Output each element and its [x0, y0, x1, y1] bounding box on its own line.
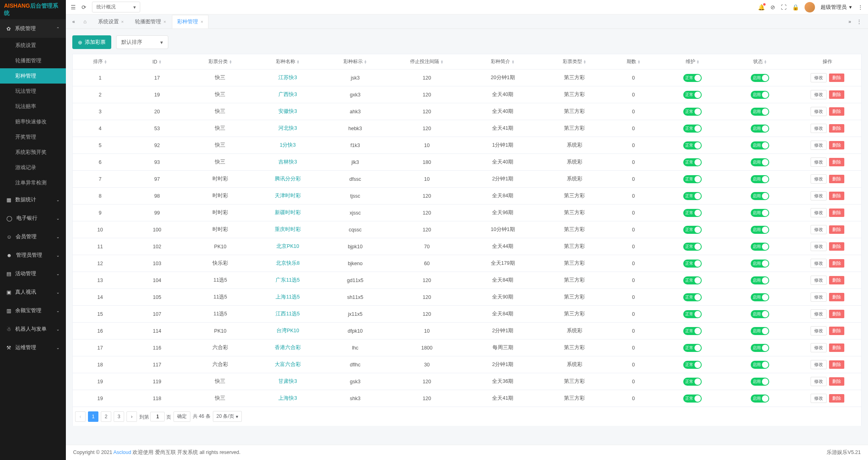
status-toggle[interactable]: 启用	[751, 125, 769, 133]
cell-name-link[interactable]: 广西快3	[254, 86, 321, 103]
maintain-toggle[interactable]: 正常	[683, 192, 702, 200]
maintain-toggle[interactable]: 正常	[683, 91, 702, 99]
tab-next-icon[interactable]: »	[846, 19, 854, 25]
maintain-toggle[interactable]: 正常	[683, 395, 702, 403]
maintain-toggle[interactable]: 正常	[683, 74, 702, 82]
cell-name-link[interactable]: 甘肃快3	[254, 373, 321, 390]
footer-ascloud-link[interactable]: Ascloud	[113, 450, 131, 455]
delete-button[interactable]: 删除	[829, 343, 844, 352]
edit-button[interactable]: 修改	[811, 242, 827, 251]
pager-jump-input[interactable]	[150, 412, 165, 421]
sidebar-item-odds-quick[interactable]: 赔率快速修改	[0, 114, 66, 129]
maintain-toggle[interactable]: 正常	[683, 327, 702, 335]
status-toggle[interactable]: 启用	[751, 310, 769, 318]
status-toggle[interactable]: 启用	[751, 175, 769, 183]
close-icon[interactable]: ×	[163, 19, 166, 24]
sort-select[interactable]: 默认排序▾	[116, 35, 168, 49]
fullscreen-icon[interactable]: ⛶	[781, 4, 786, 10]
nav-group-admin[interactable]: ☻管理员管理⌄	[0, 246, 66, 264]
maintain-toggle[interactable]: 正常	[683, 243, 702, 251]
sidebar-item-game-log[interactable]: 游戏记录	[0, 160, 66, 175]
cell-name-link[interactable]: 安徽快3	[254, 103, 321, 120]
maintain-toggle[interactable]: 正常	[683, 293, 702, 301]
sidebar-item-carousel[interactable]: 轮播图管理	[0, 53, 66, 68]
col-header[interactable]: 彩种简介▲▼	[465, 54, 541, 70]
tab-carousel[interactable]: 轮播图管理×	[130, 15, 171, 29]
maintain-toggle[interactable]: 正常	[683, 361, 702, 369]
sidebar-item-play-manage[interactable]: 玩法管理	[0, 84, 66, 99]
pager-page-1[interactable]: 1	[88, 411, 98, 422]
maintain-toggle[interactable]: 正常	[683, 108, 702, 116]
status-toggle[interactable]: 启用	[751, 158, 769, 166]
maintain-toggle[interactable]: 正常	[683, 344, 702, 352]
nav-group-yuebao[interactable]: ▥余额宝管理⌄	[0, 301, 66, 320]
status-toggle[interactable]: 启用	[751, 327, 769, 335]
delete-button[interactable]: 删除	[829, 259, 844, 268]
cell-name-link[interactable]: 大富六合彩	[254, 356, 321, 373]
status-toggle[interactable]: 启用	[751, 260, 769, 268]
edit-button[interactable]: 修改	[811, 73, 827, 82]
maintain-toggle[interactable]: 正常	[683, 378, 702, 386]
maintain-toggle[interactable]: 正常	[683, 209, 702, 217]
status-toggle[interactable]: 启用	[751, 344, 769, 352]
maintain-toggle[interactable]: 正常	[683, 158, 702, 166]
status-toggle[interactable]: 启用	[751, 141, 769, 149]
sidebar-item-lottery-type[interactable]: 彩种管理	[0, 68, 66, 84]
col-header[interactable]: 期数▲▼	[608, 54, 659, 70]
nav-group-stats[interactable]: ▦数据统计⌄	[0, 190, 66, 209]
status-toggle[interactable]: 启用	[751, 243, 769, 251]
delete-button[interactable]: 删除	[829, 293, 844, 301]
edit-button[interactable]: 修改	[811, 276, 827, 285]
tab-more-icon[interactable]: ⋮	[854, 19, 864, 25]
nav-group-member[interactable]: ☺会员管理⌄	[0, 227, 66, 246]
delete-button[interactable]: 删除	[829, 327, 844, 335]
pager-confirm[interactable]: 确定	[174, 411, 190, 422]
edit-button[interactable]: 修改	[811, 208, 827, 217]
delete-button[interactable]: 删除	[829, 242, 844, 251]
delete-button[interactable]: 删除	[829, 394, 844, 403]
pager-prev[interactable]: ‹	[75, 411, 86, 422]
status-toggle[interactable]: 启用	[751, 108, 769, 116]
cell-name-link[interactable]: 北京快乐8	[254, 255, 321, 272]
cell-name-link[interactable]: 天津时时彩	[254, 188, 321, 204]
nav-group-live[interactable]: ▣真人视讯⌄	[0, 283, 66, 301]
close-icon[interactable]: ×	[121, 19, 124, 24]
menu-toggle-icon[interactable]: ☰	[71, 4, 76, 10]
maintain-toggle[interactable]: 正常	[683, 175, 702, 183]
col-header[interactable]: 操作	[794, 54, 861, 70]
cell-name-link[interactable]: 吉林快3	[254, 154, 321, 171]
delete-button[interactable]: 删除	[829, 158, 844, 166]
edit-button[interactable]: 修改	[811, 191, 827, 200]
status-toggle[interactable]: 启用	[751, 192, 769, 200]
nav-group-activity[interactable]: ▤活动管理⌄	[0, 264, 66, 283]
cell-name-link[interactable]: 1分快3	[254, 137, 321, 154]
status-toggle[interactable]: 启用	[751, 293, 769, 301]
cell-name-link[interactable]: 广东11选5	[254, 272, 321, 289]
sidebar-item-draw-manage[interactable]: 开奖管理	[0, 129, 66, 145]
edit-button[interactable]: 修改	[811, 259, 827, 268]
edit-button[interactable]: 修改	[811, 157, 827, 167]
delete-button[interactable]: 删除	[829, 107, 844, 116]
delete-button[interactable]: 删除	[829, 124, 844, 133]
edit-button[interactable]: 修改	[811, 107, 827, 116]
delete-button[interactable]: 删除	[829, 141, 844, 149]
col-header[interactable]: 彩种名称▲▼	[254, 54, 321, 70]
tab-lottery-type[interactable]: 彩种管理×	[172, 15, 208, 29]
delete-button[interactable]: 删除	[829, 209, 844, 217]
edit-button[interactable]: 修改	[811, 90, 827, 99]
col-header[interactable]: 彩票类型▲▼	[541, 54, 608, 70]
more-icon[interactable]: ⋮	[858, 4, 863, 10]
edit-button[interactable]: 修改	[811, 124, 827, 133]
col-header[interactable]: ID▲▼	[127, 54, 186, 70]
edit-button[interactable]: 修改	[811, 309, 827, 319]
pager-next[interactable]: ›	[127, 411, 137, 422]
edit-button[interactable]: 修改	[811, 225, 827, 234]
tab-prev-icon[interactable]: «	[70, 19, 78, 25]
delete-button[interactable]: 删除	[829, 175, 844, 183]
cell-name-link[interactable]: 腾讯分分彩	[254, 171, 321, 188]
sidebar-item-bet-anomaly[interactable]: 注单异常检测	[0, 175, 66, 190]
tab-home[interactable]: ⌂	[78, 15, 92, 28]
col-header[interactable]: 排序▲▼	[73, 54, 127, 70]
delete-button[interactable]: 删除	[829, 74, 844, 82]
delete-button[interactable]: 删除	[829, 276, 844, 284]
